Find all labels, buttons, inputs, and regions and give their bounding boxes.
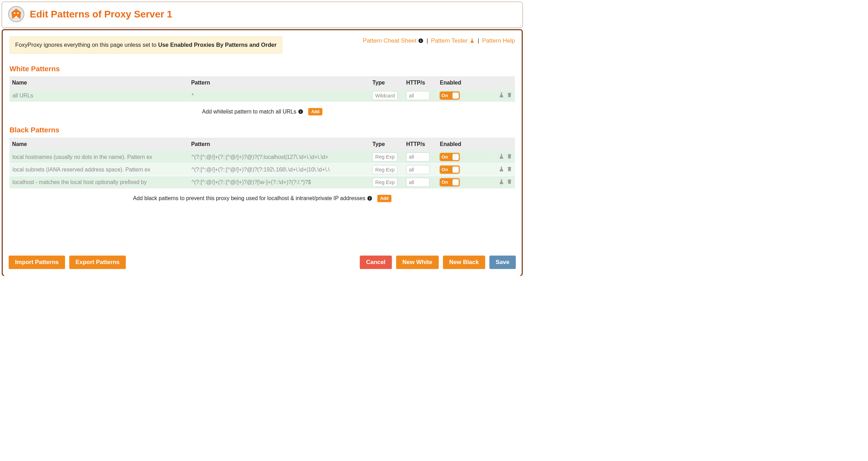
white-patterns-heading: White Patterns (9, 65, 521, 73)
toggle-label: On (442, 167, 448, 173)
col-name: Name (9, 138, 189, 151)
col-type: Type (370, 76, 404, 89)
pattern-name-input[interactable] (12, 166, 186, 174)
pattern-https-select[interactable]: all (406, 165, 429, 174)
col-pattern: Pattern (189, 76, 370, 89)
table-row: Reg Exp all On (9, 176, 515, 189)
cancel-button[interactable]: Cancel (360, 256, 392, 269)
pattern-value-input[interactable] (191, 153, 367, 161)
import-patterns-button[interactable]: Import Patterns (9, 256, 65, 269)
info-icon: i (418, 38, 424, 44)
pattern-help-link[interactable]: Pattern Help (482, 37, 515, 44)
pattern-cheat-sheet-link[interactable]: Pattern Cheat Sheet (363, 37, 416, 44)
warning-notice: FoxyProxy ignores everything on this pag… (9, 37, 282, 54)
flask-icon (469, 38, 475, 44)
toggle-label: On (442, 154, 448, 160)
page-header: Edit Patterns of Proxy Server 1 (2, 2, 523, 28)
warning-text-bold: Use Enabled Proxies By Patterns and Orde… (158, 42, 276, 48)
new-black-button[interactable]: New Black (443, 256, 485, 269)
col-https: HTTP/s (404, 76, 437, 89)
enabled-toggle[interactable]: On (440, 92, 460, 100)
pattern-https-select[interactable]: all (406, 178, 429, 186)
pattern-type-select[interactable]: Reg Exp (372, 153, 397, 161)
toggle-label: On (442, 180, 448, 185)
export-patterns-button[interactable]: Export Patterns (69, 256, 126, 269)
white-patterns-table: Name Pattern Type HTTP/s Enabled Wildcar… (9, 76, 515, 102)
pattern-https-select[interactable]: all (406, 91, 429, 100)
col-name: Name (9, 76, 189, 89)
delete-pattern-icon[interactable] (506, 166, 512, 173)
svg-point-2 (17, 12, 19, 14)
pattern-name-input[interactable] (12, 153, 186, 161)
col-actions (492, 138, 515, 151)
add-black-pattern-button[interactable]: Add (377, 195, 391, 202)
help-links: Pattern Cheat Sheet i | Pattern Tester |… (363, 37, 515, 44)
pattern-tester-link[interactable]: Pattern Tester (431, 37, 468, 44)
delete-pattern-icon[interactable] (506, 178, 512, 186)
table-row: Reg Exp all On (9, 151, 515, 163)
save-button[interactable]: Save (489, 256, 516, 269)
svg-text:i: i (420, 39, 421, 43)
pattern-name-input[interactable] (12, 92, 186, 100)
pattern-value-input[interactable] (191, 178, 367, 186)
table-row: Reg Exp all On (9, 163, 515, 176)
test-pattern-icon[interactable] (499, 92, 505, 99)
info-icon: i (298, 109, 303, 115)
pattern-https-select[interactable]: all (406, 153, 429, 161)
col-enabled: Enabled (437, 76, 492, 89)
app-logo-icon (8, 6, 24, 22)
pattern-value-input[interactable] (191, 166, 367, 174)
col-pattern: Pattern (189, 138, 370, 151)
delete-pattern-icon[interactable] (506, 153, 512, 161)
enabled-toggle[interactable]: On (440, 153, 460, 161)
svg-point-1 (14, 12, 15, 14)
white-hint-text: Add whitelist pattern to match all URLs (202, 109, 296, 115)
col-enabled: Enabled (437, 138, 492, 151)
black-hint-line: Add black patterns to prevent this proxy… (3, 189, 521, 204)
col-https: HTTP/s (404, 138, 437, 151)
black-hint-text: Add black patterns to prevent this proxy… (133, 195, 366, 202)
svg-text:i: i (369, 196, 370, 200)
black-patterns-heading: Black Patterns (9, 126, 521, 134)
info-icon: i (367, 196, 372, 201)
pattern-type-select[interactable]: Reg Exp (372, 178, 397, 186)
pattern-name-input[interactable] (12, 178, 186, 186)
col-type: Type (370, 138, 404, 151)
col-actions (492, 76, 515, 89)
warning-text-prefix: FoxyProxy ignores everything on this pag… (15, 42, 158, 48)
new-white-button[interactable]: New White (396, 256, 439, 269)
table-row: Wildcard all On (9, 89, 515, 102)
page-title: Edit Patterns of Proxy Server 1 (30, 8, 172, 20)
enabled-toggle[interactable]: On (440, 178, 460, 186)
pattern-type-select[interactable]: Reg Exp (372, 165, 397, 174)
toggle-knob (453, 93, 459, 99)
svg-text:i: i (300, 110, 301, 114)
white-hint-line: Add whitelist pattern to match all URLs … (3, 102, 521, 117)
test-pattern-icon[interactable] (499, 178, 505, 186)
delete-pattern-icon[interactable] (506, 92, 512, 99)
enabled-toggle[interactable]: On (440, 166, 460, 174)
test-pattern-icon[interactable] (499, 153, 505, 161)
test-pattern-icon[interactable] (499, 166, 505, 173)
pattern-type-select[interactable]: Wildcard (372, 91, 398, 100)
add-white-pattern-button[interactable]: Add (308, 108, 322, 115)
pattern-value-input[interactable] (191, 92, 367, 100)
black-patterns-table: Name Pattern Type HTTP/s Enabled Reg Exp… (9, 138, 515, 189)
toggle-label: On (442, 93, 448, 98)
